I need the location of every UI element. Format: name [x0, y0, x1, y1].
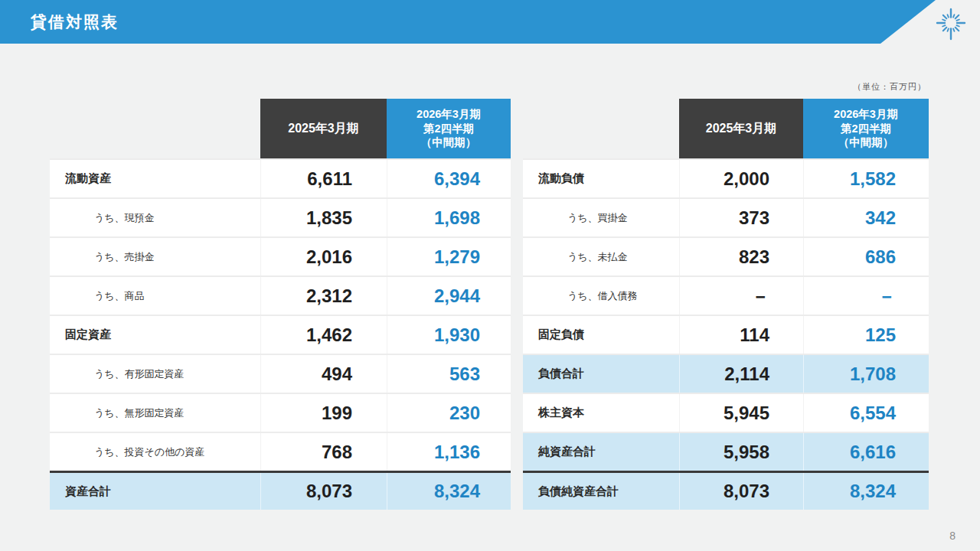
sparkle-logo-icon [930, 3, 972, 44]
value-fy2025: 1,462 [260, 316, 387, 354]
fy2026-line3: （中間期） [803, 135, 929, 150]
table-row-accounts-payable: うち、買掛金 373 342 [523, 197, 929, 236]
table-row-shareholders-equity: 株主資本 5,945 6,554 [523, 393, 929, 432]
value-fy2025: 5,958 [679, 433, 803, 471]
row-label: 固定資産 [50, 316, 260, 354]
row-label: 流動負債 [523, 160, 679, 197]
liabilities-table: 2025年3月期 2026年3月期 第2四半期 （中間期） 流動負債 2,000… [523, 99, 929, 510]
column-header-fy2026: 2026年3月期 第2四半期 （中間期） [387, 99, 511, 158]
page-number: 8 [949, 530, 956, 542]
column-header-fy2025-label: 2025年3月期 [679, 121, 803, 137]
value-fy2026: 686 [803, 238, 929, 276]
value-fy2025: 8,073 [260, 473, 387, 510]
table-row-cash: うち、現預金 1,835 1,698 [50, 197, 511, 236]
row-label: うち、商品 [50, 277, 260, 315]
liabilities-table-header: 2025年3月期 2026年3月期 第2四半期 （中間期） [523, 99, 929, 158]
value-fy2025: 114 [679, 316, 803, 354]
page-title: 貸借対照表 [0, 11, 119, 33]
row-label: 純資産合計 [523, 433, 679, 471]
value-fy2025: 2,016 [260, 238, 387, 276]
value-fy2026: 6,394 [387, 160, 511, 197]
row-label: うち、未払金 [523, 238, 679, 276]
value-fy2026: 8,324 [803, 473, 929, 510]
value-fy2025: 1,835 [260, 199, 387, 236]
table-row-fixed-assets: 固定資産 1,462 1,930 [50, 315, 511, 354]
table-row-total-liabilities: 負債合計 2,114 1,708 [523, 354, 929, 393]
row-label: うち、借入債務 [523, 277, 679, 315]
value-fy2025: 6,611 [260, 160, 387, 197]
table-row-total-liabilities-net-assets: 負債純資産合計 8,073 8,324 [523, 471, 929, 510]
value-fy2026: 6,616 [803, 433, 929, 471]
table-row-tangible-fixed-assets: うち、有形固定資産 494 563 [50, 354, 511, 393]
fy2026-line2: 第2四半期 [387, 122, 511, 136]
row-label: うち、買掛金 [523, 199, 679, 236]
value-fy2025: 823 [679, 238, 803, 276]
value-fy2026: 1,930 [387, 316, 511, 354]
value-fy2026: 1,708 [803, 355, 929, 393]
column-header-fy2025: 2025年3月期 [679, 99, 803, 158]
table-row-borrowings: うち、借入債務 － － [523, 276, 929, 315]
row-label: 負債合計 [523, 355, 679, 393]
row-label: うち、投資その他の資産 [50, 433, 260, 471]
table-row-fixed-liabilities: 固定負債 114 125 [523, 315, 929, 354]
header-band: 貸借対照表 [0, 0, 980, 44]
value-fy2026: 1,136 [387, 433, 511, 471]
row-label: 株主資本 [523, 394, 679, 432]
value-fy2026: 1,279 [387, 238, 511, 276]
value-fy2025: 494 [260, 355, 387, 393]
value-fy2026: 6,554 [803, 394, 929, 432]
assets-table-header: 2025年3月期 2026年3月期 第2四半期 （中間期） [50, 99, 511, 158]
value-fy2026: 125 [803, 316, 929, 354]
fy2026-line3: （中間期） [387, 135, 511, 150]
value-fy2026: 1,582 [803, 160, 929, 197]
table-row-current-liabilities: 流動負債 2,000 1,582 [523, 158, 929, 197]
table-row-current-assets: 流動資産 6,611 6,394 [50, 158, 511, 197]
row-label: 固定負債 [523, 316, 679, 354]
table-row-investments-other-assets: うち、投資その他の資産 768 1,136 [50, 432, 511, 471]
table-row-intangible-fixed-assets: うち、無形固定資産 199 230 [50, 393, 511, 432]
value-fy2026: 2,944 [387, 277, 511, 315]
row-label: うち、売掛金 [50, 238, 260, 276]
table-row-total-assets: 資産合計 8,073 8,324 [50, 471, 511, 510]
value-fy2025: 768 [260, 433, 387, 471]
row-label: うち、有形固定資産 [50, 355, 260, 393]
row-label: 流動資産 [50, 160, 260, 197]
column-header-fy2026: 2026年3月期 第2四半期 （中間期） [803, 99, 929, 158]
row-label: 資産合計 [50, 473, 260, 510]
value-fy2026: 342 [803, 199, 929, 236]
fy2026-line1: 2026年3月期 [387, 107, 511, 122]
table-row-inventory: うち、商品 2,312 2,944 [50, 276, 511, 315]
balance-sheet-slide: 貸借対照表 （単位：百万円） 2025年3月期 [0, 0, 980, 551]
value-fy2025: 373 [679, 199, 803, 236]
value-fy2026: 8,324 [387, 473, 511, 510]
value-fy2025: 5,945 [679, 394, 803, 432]
header-spacer [50, 99, 260, 158]
fy2026-line2: 第2四半期 [803, 122, 929, 136]
value-fy2025: 199 [260, 394, 387, 432]
value-fy2026: 230 [387, 394, 511, 432]
value-fy2025: 8,073 [679, 473, 803, 510]
value-fy2026: － [803, 277, 929, 315]
unit-note: （単位：百万円） [853, 81, 926, 93]
value-fy2025: 2,000 [679, 160, 803, 197]
table-row-receivables: うち、売掛金 2,016 1,279 [50, 236, 511, 276]
row-label: 負債純資産合計 [523, 473, 679, 510]
value-fy2025: － [679, 277, 803, 315]
assets-table: 2025年3月期 2026年3月期 第2四半期 （中間期） 流動資産 6,611… [50, 99, 511, 510]
column-header-fy2025-label: 2025年3月期 [260, 121, 387, 137]
column-header-fy2025: 2025年3月期 [260, 99, 387, 158]
table-row-total-net-assets: 純資産合計 5,958 6,616 [523, 432, 929, 471]
value-fy2025: 2,114 [679, 355, 803, 393]
header-spacer [523, 99, 679, 158]
fy2026-line1: 2026年3月期 [803, 107, 929, 122]
row-label: うち、現預金 [50, 199, 260, 236]
value-fy2026: 1,698 [387, 199, 511, 236]
value-fy2026: 563 [387, 355, 511, 393]
value-fy2025: 2,312 [260, 277, 387, 315]
table-row-accrued-expenses: うち、未払金 823 686 [523, 236, 929, 276]
row-label: うち、無形固定資産 [50, 394, 260, 432]
